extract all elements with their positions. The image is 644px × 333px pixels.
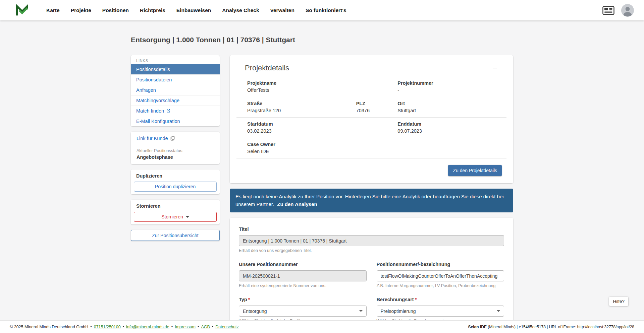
separator: • — [212, 325, 213, 329]
external-link-icon — [166, 109, 170, 113]
position-form-card: Titel Erhält den von uns vorgegebenen Ti… — [230, 218, 513, 333]
sidebar-item-match-finden[interactable]: Match finden — [131, 106, 220, 116]
alert-text: Es liegt noch keine Analytik zu Ihrer Po… — [235, 194, 504, 207]
separator: • — [171, 325, 173, 329]
footer-datenschutz-link[interactable]: Datenschutz — [215, 325, 238, 329]
startdatum-value: 03.02.2023 — [247, 128, 397, 134]
help-button[interactable]: Hilfe? — [609, 297, 628, 306]
plz-value: 70376 — [356, 108, 398, 113]
enddatum-value: 09.07.2023 — [397, 128, 506, 134]
nav-right — [602, 4, 634, 17]
sidebar-item-label: Match finden — [136, 108, 164, 114]
sidebar-links-card: LINKS Positionsdetails Positionsdateien … — [131, 55, 220, 126]
startdatum-label: Startdatum — [247, 121, 397, 127]
positionsnummer-label: Unsere Positionsnummer — [239, 262, 298, 267]
table-row: Startdatum 03.02.2023 Enddatum 09.07.202… — [236, 118, 506, 138]
positionsnummer-input — [239, 270, 367, 281]
nav-item-analyse-check[interactable]: Analyse Check — [222, 7, 259, 13]
separator: • — [123, 325, 124, 329]
top-nav: Karte Projekte Positionen Richtpreis Ein… — [0, 0, 644, 20]
footer-impressum-link[interactable]: Impressum — [175, 325, 196, 329]
berechnungsart-select-value: Preisoptimierung — [381, 309, 416, 314]
chevron-down-icon — [497, 310, 500, 312]
user-avatar-button[interactable] — [621, 4, 634, 17]
plz-label: PLZ — [356, 101, 398, 106]
berechnungsart-label: Berechnungsart* — [377, 297, 417, 302]
titel-input — [239, 235, 504, 246]
sidebar-item-email-konfiguration[interactable]: E-Mail Konfiguration — [131, 116, 220, 126]
divider — [131, 145, 220, 145]
cancel-header: Stornieren — [134, 203, 217, 209]
customer-link[interactable]: Link für Kunde — [134, 136, 175, 141]
alert-analyses-link[interactable]: Zu den Analysen — [277, 201, 317, 207]
footer-phone-link[interactable]: 07151/250100 — [94, 325, 121, 329]
project-details-button[interactable]: Zu den Projektdetails — [448, 165, 502, 176]
enddatum-label: Enddatum — [397, 121, 506, 127]
cancel-button-label: Stornieren — [161, 214, 183, 219]
duplicate-card: Duplizieren Position duplizieren — [131, 170, 220, 194]
separator: • — [90, 325, 92, 329]
case-owner-label: Case Owner — [247, 142, 506, 147]
project-details-title: Projektdetails — [245, 64, 289, 72]
session-user: Selen IDE — [468, 325, 487, 329]
berechnungsart-select[interactable]: Preisoptimierung — [377, 306, 504, 317]
brand-logo[interactable] — [15, 4, 29, 16]
externe-positionsnummer-helper: Z.B. Interne-Vorgangsnummer, LV-Position… — [377, 283, 504, 288]
footer-agb-link[interactable]: AGB — [201, 325, 210, 329]
nav-item-einbauweisen[interactable]: Einbauweisen — [176, 7, 211, 13]
position-overview-button[interactable]: Zur Positionsübersicht — [131, 230, 220, 241]
table-row: Case Owner Selen IDE — [236, 138, 506, 158]
footer: © 2025 Mineral Minds Deutschland GmbH • … — [0, 320, 644, 333]
typ-select[interactable]: Entsorgung — [239, 306, 367, 317]
externe-positionsnummer-label: Positionsnummer/-bezeichnung — [377, 262, 450, 267]
main-content: Entsorgung | 1.000 Tonnen | 01 | 70376 |… — [0, 20, 644, 333]
main-column: Projektdetails Projektname OfferTests — [230, 55, 513, 333]
footer-email-link[interactable]: info@mineral-minds.de — [126, 325, 169, 329]
title-divider — [131, 49, 513, 49]
footer-left: © 2025 Mineral Minds Deutschland GmbH • … — [10, 325, 239, 329]
typ-select-value: Entsorgung — [243, 309, 267, 314]
main-nav: Karte Projekte Positionen Richtpreis Ein… — [46, 7, 346, 13]
project-details-card: Projektdetails Projektname OfferTests — [230, 55, 513, 183]
table-row: Straße Pragstraße 120 PLZ 70376 Ort Stut… — [236, 97, 506, 118]
collapse-button[interactable] — [490, 65, 500, 71]
nav-item-verwalten[interactable]: Verwalten — [270, 7, 294, 13]
nav-item-so-funktionierts[interactable]: So funktioniert's — [306, 7, 346, 13]
page-title: Entsorgung | 1.000 Tonnen | 01 | 70376 |… — [131, 36, 513, 44]
externe-positionsnummer-input[interactable] — [377, 270, 504, 281]
links-header: LINKS — [131, 55, 220, 64]
footer-copyright: © 2025 Mineral Minds Deutschland GmbH — [10, 325, 88, 329]
caret-down-icon — [186, 216, 189, 218]
projektname-label: Projektname — [247, 80, 397, 86]
customer-link-label: Link für Kunde — [137, 136, 168, 141]
project-details-table: Projektname OfferTests Projektnummer - S… — [236, 77, 506, 158]
table-row: Projektname OfferTests Projektnummer - — [236, 77, 506, 97]
nav-item-richtpreis[interactable]: Richtpreis — [140, 7, 165, 13]
nav-item-projekte[interactable]: Projekte — [71, 7, 91, 13]
sidebar-item-positionsdetails[interactable]: Positionsdetails — [131, 64, 220, 74]
ort-value: Stuttgart — [397, 108, 506, 113]
separator: • — [198, 325, 199, 329]
sidebar-item-anfragen[interactable]: Anfragen — [131, 85, 220, 95]
user-avatar — [621, 4, 634, 17]
required-marker: * — [248, 297, 250, 302]
minus-icon — [493, 68, 497, 69]
typ-label: Typ* — [239, 297, 250, 302]
copy-icon — [170, 136, 175, 141]
titel-helper: Erhält den von uns vorgegebenen Titel. — [239, 248, 504, 253]
duplicate-position-button[interactable]: Position duplizieren — [134, 182, 217, 192]
strasse-label: Straße — [247, 101, 356, 106]
terminal-icon-button[interactable] — [602, 6, 614, 15]
nav-item-positionen[interactable]: Positionen — [102, 7, 129, 13]
duplicate-header: Duplizieren — [134, 173, 217, 179]
strasse-value: Pragstraße 120 — [247, 108, 356, 113]
cancel-dropdown-button[interactable]: Stornieren — [134, 212, 217, 222]
position-status-label: Aktueller Positionsstatus: — [134, 148, 216, 153]
required-marker: * — [415, 297, 417, 302]
sidebar-item-positionsdateien[interactable]: Positionsdateien — [131, 74, 220, 85]
nav-item-karte[interactable]: Karte — [46, 7, 60, 13]
sidebar-item-matchingvorschlaege[interactable]: Matchingvorschläge — [131, 95, 220, 106]
logo-m-icon — [15, 4, 29, 16]
positionsnummer-helper: Erhält eine systemgenerierte Nummer von … — [239, 283, 367, 288]
cancel-card: Stornieren Stornieren — [131, 200, 220, 224]
